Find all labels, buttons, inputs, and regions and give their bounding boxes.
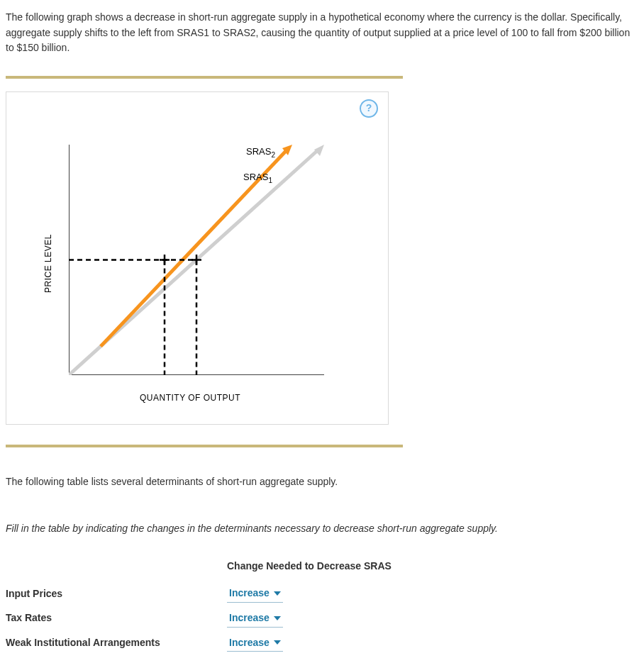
dropdown-weak-institutional[interactable]: Increase [227,635,283,652]
x-axis-label: QUANTITY OF OUTPUT [140,391,240,405]
instructions-text: Fill in the table by indicating the chan… [6,521,638,537]
section-text: The following table lists several determ… [6,474,638,490]
chevron-down-icon [274,591,281,596]
y-axis-label: PRICE LEVEL [42,234,55,293]
help-icon[interactable]: ? [360,99,378,118]
chart-container: ? PRICE LEVEL QUANTITY OF OUTPUT 0 25 50… [6,91,389,425]
table-row: Input Prices Increase [6,581,400,606]
dropdown-tax-rates[interactable]: Increase [227,610,283,628]
chevron-down-icon [274,616,281,620]
row-label: Weak Institutional Arrangements [6,631,227,656]
determinants-table: Change Needed to Decrease SRAS Input Pri… [6,555,400,655]
sras2-label: SRAS2 [246,146,275,159]
divider-bottom [6,445,403,447]
row-label: Tax Rates [6,606,227,631]
chevron-down-icon [274,640,281,645]
dropdown-input-prices[interactable]: Increase [227,585,283,603]
table-header: Change Needed to Decrease SRAS [227,555,400,581]
chart-plot: 0 25 50 75 100 125 150 175 200 0 50 100 … [69,145,324,375]
divider-top [6,76,403,79]
intro-paragraph: The following graph shows a decrease in … [6,10,638,56]
dropdown-value: Increase [229,586,270,601]
row-label: Input Prices [6,581,227,606]
table-row: Weak Institutional Arrangements Increase [6,631,400,656]
dropdown-value: Increase [229,611,270,626]
dropdown-value: Increase [229,635,270,651]
table-row: Tax Rates Increase [6,606,400,631]
